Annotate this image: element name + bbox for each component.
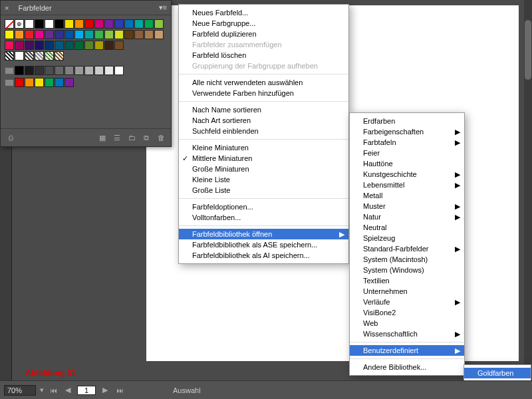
swatch[interactable] xyxy=(114,41,124,50)
next-page-icon[interactable]: ▶ xyxy=(100,385,110,396)
swatch[interactable] xyxy=(124,19,134,29)
swatch[interactable] xyxy=(94,41,104,50)
swatch[interactable] xyxy=(45,78,54,87)
menu-item[interactable]: Farbfeld duplizieren xyxy=(179,29,348,39)
swatch[interactable] xyxy=(15,41,24,50)
pattern-swatch[interactable] xyxy=(45,51,54,61)
swatch[interactable] xyxy=(74,41,84,50)
swatch[interactable] xyxy=(114,66,124,75)
swatch[interactable] xyxy=(5,30,14,39)
menu-item[interactable]: Neue Farbgruppe... xyxy=(179,18,348,29)
menu-item[interactable]: Farbtafeln▶ xyxy=(350,137,464,148)
menu-item[interactable]: System (Macintosh) xyxy=(350,254,464,265)
swatch[interactable] xyxy=(65,66,74,75)
menu-item[interactable]: Benutzerdefiniert▶ xyxy=(350,345,464,356)
swatch[interactable] xyxy=(124,30,134,39)
menu-item[interactable]: Wissenschaftlich▶ xyxy=(350,329,464,339)
prev-page-icon[interactable]: ◀ xyxy=(63,385,73,396)
menu-item[interactable]: Lebensmittel▶ xyxy=(350,180,464,190)
swatch[interactable] xyxy=(94,30,104,39)
first-page-icon[interactable]: ⏮ xyxy=(48,385,59,396)
swatch[interactable] xyxy=(35,41,44,50)
menu-item[interactable]: Farbfeld löschen xyxy=(179,50,348,61)
menu-item[interactable]: Metall xyxy=(350,190,464,201)
options-icon[interactable]: ☰ xyxy=(112,133,122,142)
menu-item[interactable]: Goldfarben xyxy=(464,368,531,378)
swatch[interactable] xyxy=(154,30,164,39)
swatch[interactable] xyxy=(55,30,64,39)
menu-item[interactable]: Spielzeug xyxy=(350,233,464,243)
swatch[interactable] xyxy=(45,19,54,29)
swatch[interactable] xyxy=(104,41,114,50)
swatch[interactable] xyxy=(65,19,74,29)
swatch[interactable] xyxy=(25,19,34,29)
swatch[interactable] xyxy=(104,66,114,75)
swatch[interactable] xyxy=(84,30,94,39)
swatch[interactable] xyxy=(55,66,64,75)
new-swatch-icon[interactable]: ⧉ xyxy=(142,133,151,142)
swatch[interactable] xyxy=(25,30,34,39)
menu-item[interactable]: VisiBone2 xyxy=(350,307,464,318)
vertical-scrollbar[interactable] xyxy=(524,0,532,380)
menu-item[interactable]: Farbfeldbibliothek als ASE speichern... xyxy=(179,239,348,250)
swatch[interactable] xyxy=(84,41,94,50)
swatch[interactable] xyxy=(104,19,114,29)
swatch[interactable] xyxy=(94,66,104,75)
menu-item[interactable]: Erdfarben xyxy=(350,116,464,126)
swatch-registration[interactable]: ⊕ xyxy=(15,19,24,29)
menu-item[interactable]: Muster▶ xyxy=(350,201,464,211)
menu-item[interactable]: Kunstgeschichte▶ xyxy=(350,169,464,180)
swatch[interactable] xyxy=(15,30,24,39)
swatch[interactable] xyxy=(84,19,94,29)
menu-item[interactable]: Neutral xyxy=(350,222,464,233)
menu-item[interactable]: Kleine Liste xyxy=(179,174,348,185)
pattern-swatch[interactable] xyxy=(35,51,44,61)
menu-item[interactable]: Verwendete Farben hinzufügen xyxy=(179,88,348,98)
library-icon[interactable]: ⎙ xyxy=(6,133,15,142)
pattern-swatch[interactable] xyxy=(5,51,14,61)
swatch[interactable] xyxy=(154,19,164,29)
menu-item[interactable]: Farbfeldoptionen... xyxy=(179,201,348,212)
pattern-swatch[interactable] xyxy=(55,51,64,61)
swatch[interactable] xyxy=(65,30,74,39)
swatch[interactable] xyxy=(134,19,144,29)
swatch[interactable] xyxy=(94,19,104,29)
menu-item[interactable]: Nach Name sortieren xyxy=(179,104,348,115)
swatch[interactable] xyxy=(74,19,84,29)
swatch[interactable] xyxy=(45,66,54,75)
swatch[interactable] xyxy=(104,30,114,39)
swatch[interactable] xyxy=(84,66,94,75)
swatch[interactable] xyxy=(74,30,84,39)
menu-item[interactable]: Volltonfarben... xyxy=(179,212,348,223)
pattern-swatch[interactable] xyxy=(25,51,34,61)
swatch[interactable] xyxy=(65,41,74,50)
menu-item[interactable]: Farbeigenschaften▶ xyxy=(350,126,464,137)
page-input[interactable] xyxy=(77,386,96,395)
close-icon[interactable]: × xyxy=(1,4,13,12)
swatch[interactable] xyxy=(55,41,64,50)
swatch[interactable] xyxy=(144,19,154,29)
zoom-input[interactable] xyxy=(4,385,36,396)
swatch-none[interactable] xyxy=(5,19,14,29)
last-page-icon[interactable]: ⏭ xyxy=(114,385,125,396)
menu-item[interactable]: Suchfeld einblenden xyxy=(179,126,348,136)
menu-item[interactable]: Große Liste xyxy=(179,185,348,196)
menu-item[interactable]: Andere Bibliothek... xyxy=(350,362,464,372)
menu-item[interactable]: Web xyxy=(350,318,464,329)
swatch[interactable] xyxy=(134,30,144,39)
swatch[interactable] xyxy=(144,30,154,39)
menu-item[interactable]: Kleine Miniaturen xyxy=(179,142,348,153)
menu-item[interactable]: Natur▶ xyxy=(350,211,464,222)
swatch[interactable] xyxy=(25,66,34,75)
menu-item[interactable]: Farbfeldbibliothek öffnen▶ xyxy=(179,229,348,239)
menu-item[interactable]: Hauttöne xyxy=(350,158,464,169)
swatch[interactable] xyxy=(35,78,44,87)
swatch[interactable] xyxy=(55,19,64,29)
panel-title[interactable]: Farbfelder xyxy=(13,1,57,15)
menu-item[interactable]: Unternehmen xyxy=(350,286,464,297)
pattern-swatch[interactable] xyxy=(15,51,24,61)
folder-icon[interactable] xyxy=(5,67,14,74)
menu-item[interactable]: Farbfeldbibliothek als AI speichern... xyxy=(179,250,348,261)
swatch[interactable] xyxy=(114,19,124,29)
folder-icon[interactable] xyxy=(5,79,14,86)
